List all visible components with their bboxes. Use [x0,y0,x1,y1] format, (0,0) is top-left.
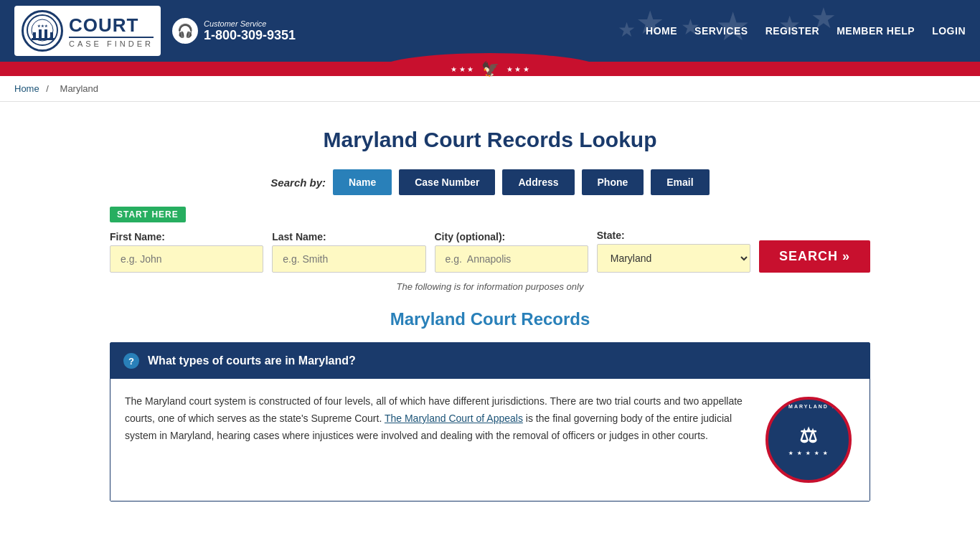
logo-court-text: COURT [69,14,154,37]
logo-casefinder-text: CASE FINDER [69,37,154,48]
maryland-seal: ★ MARYLAND ★ ⚖ ★ ★ ★ ★ ★ [765,397,852,483]
city-group: City (optional): [435,231,588,273]
header-left: ★ ★ ★ COURT CASE FINDER 🎧 Customer Servi… [14,6,296,56]
main-nav: HOME SERVICES REGISTER MEMBER HELP LOGIN [646,25,966,37]
tab-phone[interactable]: Phone [582,169,644,195]
accordion-header[interactable]: ? What types of courts are in Maryland? [110,343,870,379]
stars-right: ★ ★ ★ [507,65,530,73]
question-icon: ? [123,353,139,369]
logo-circle: ★ ★ ★ [22,10,63,52]
cs-label: Customer Service [204,19,296,28]
cs-phone: 1-800-309-9351 [204,28,296,43]
search-fields-row: First Name: Last Name: City (optional): … [110,230,870,273]
svg-rect-3 [39,29,42,38]
tab-email[interactable]: Email [651,169,709,195]
last-name-input[interactable] [272,245,425,273]
cs-text: Customer Service 1-800-309-9351 [204,19,296,43]
tab-name[interactable]: Name [333,169,392,195]
state-group: State: AlabamaAlaskaArizonaArkansasCalif… [597,230,750,273]
nav-services[interactable]: SERVICES [694,25,748,37]
svg-text:★ ★ ★: ★ ★ ★ [37,24,49,28]
page-title: Maryland Court Records Lookup [110,128,870,152]
svg-rect-5 [50,32,53,38]
start-here-badge-wrapper: START HERE [110,207,870,230]
nav-register[interactable]: REGISTER [765,25,820,37]
first-name-label: First Name: [110,231,263,242]
svg-rect-2 [33,32,36,38]
nav-member-help[interactable]: MEMBER HELP [837,25,915,37]
breadcrumb-separator: / [46,83,49,94]
accordion-title: What types of courts are in Maryland? [148,354,356,367]
state-label: State: [597,230,750,241]
search-by-row: Search by: Name Case Number Address Phon… [110,169,870,195]
info-notice: The following is for information purpose… [110,281,870,292]
seal-scales-icon: ⚖ [799,424,818,448]
customer-service: 🎧 Customer Service 1-800-309-9351 [172,18,296,44]
first-name-input[interactable] [110,245,263,273]
logo-text: COURT CASE FINDER [69,14,154,48]
state-select[interactable]: AlabamaAlaskaArizonaArkansasCaliforniaCo… [597,244,750,273]
first-name-group: First Name: [110,231,263,273]
tab-case-number[interactable]: Case Number [399,169,495,195]
search-by-label: Search by: [270,176,326,189]
logo-emblem: ★ ★ ★ [26,14,59,49]
svg-rect-4 [44,29,47,38]
city-label: City (optional): [435,231,588,242]
accordion-courts: ? What types of courts are in Maryland? … [110,342,870,501]
city-input[interactable] [435,245,588,273]
nav-login[interactable]: LOGIN [932,25,966,37]
start-here-badge: START HERE [110,207,186,222]
main-content: Maryland Court Records Lookup Search by:… [95,102,885,516]
last-name-label: Last Name: [272,231,425,242]
breadcrumb: Home / Maryland [0,76,980,102]
breadcrumb-current: Maryland [60,83,98,94]
appeals-link[interactable]: The Maryland Court of Appeals [385,413,523,424]
wave-banner: ★ ★ ★ 🦅 ★ ★ ★ [0,62,980,76]
tab-address[interactable]: Address [502,169,574,195]
seal-inner-text: ★ ★ ★ ★ ★ [788,451,829,456]
headset-icon: 🎧 [172,18,198,44]
accordion-text: The Maryland court system is constructed… [125,393,748,486]
accordion-body: The Maryland court system is constructed… [110,379,870,501]
seal-arc-text: ★ MARYLAND ★ [780,404,837,410]
stars-left: ★ ★ ★ [451,65,474,73]
eagle-decoration: ★ ★ ★ 🦅 ★ ★ ★ [451,60,529,77]
section-title: Maryland Court Records [110,309,870,329]
nav-home[interactable]: HOME [646,25,677,37]
last-name-group: Last Name: [272,231,425,273]
svg-rect-6 [32,38,55,40]
eagle-icon: 🦅 [481,60,499,77]
maryland-seal-wrapper: ★ MARYLAND ★ ⚖ ★ ★ ★ ★ ★ [762,393,855,486]
logo-box: ★ ★ ★ COURT CASE FINDER [14,6,161,56]
search-button[interactable]: SEARCH » [759,240,870,273]
breadcrumb-home[interactable]: Home [14,83,39,94]
